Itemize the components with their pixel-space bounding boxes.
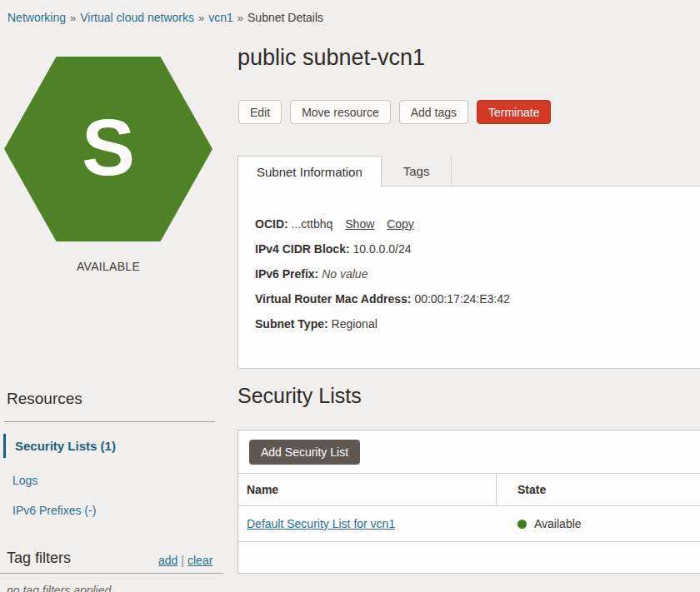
- tag-filters-heading: Tag filters: [7, 550, 71, 567]
- subnet-type-row: Subnet Type: Regional: [255, 317, 700, 331]
- breadcrumb-link-networking[interactable]: Networking: [8, 11, 66, 24]
- add-security-list-button[interactable]: Add Security List: [249, 440, 360, 465]
- security-lists-table: Name State Default Security List for vcn…: [238, 473, 700, 542]
- hexagon-shape: S: [4, 57, 212, 241]
- ocid-show-link[interactable]: Show: [345, 217, 374, 231]
- page-title: public subnet-vcn1: [238, 45, 425, 71]
- ipv6-prefix-label: IPv6 Prefix:: [255, 267, 318, 281]
- column-header-name: Name: [238, 474, 497, 505]
- ocid-value: ...cttbhq: [292, 217, 333, 231]
- ocid-row: OCID: ...cttbhq Show Copy: [255, 217, 700, 231]
- ipv6-prefix-row: IPv6 Prefix: No value: [255, 267, 700, 281]
- subnet-details-page: { "breadcrumb": { "separator": "\u00bb",…: [0, 0, 700, 592]
- tag-filter-links: add|clear: [158, 554, 212, 567]
- ipv4-cidr-row: IPv4 CIDR Block: 10.0.0.0/24: [255, 242, 700, 256]
- tag-filters-empty-note: no tag filters applied: [7, 584, 111, 592]
- ipv4-cidr-label: IPv4 CIDR Block:: [255, 242, 350, 256]
- subnet-icon-letter: S: [82, 107, 135, 187]
- column-header-state: State: [497, 474, 700, 505]
- ipv4-cidr-value: 10.0.0.0/24: [352, 242, 411, 256]
- security-list-link[interactable]: Default Security List for vcn1: [247, 517, 395, 530]
- tag-filters-divider: [0, 573, 223, 574]
- security-list-name-cell: Default Security List for vcn1: [238, 506, 497, 541]
- available-status-dot-icon: [518, 520, 527, 529]
- security-lists-heading: Security Lists: [238, 384, 362, 408]
- resources-divider: [4, 421, 215, 422]
- subnet-information-panel: OCID: ...cttbhq Show Copy IPv4 CIDR Bloc…: [238, 186, 700, 369]
- virtual-router-mac-value: 00:00:17:24:E3:42: [414, 292, 509, 306]
- breadcrumb-separator: »: [238, 12, 243, 24]
- tag-filter-clear-link[interactable]: clear: [188, 554, 212, 567]
- add-tags-button[interactable]: Add tags: [399, 100, 468, 124]
- subnet-type-label: Subnet Type:: [255, 317, 328, 331]
- action-buttons: Edit Move resource Add tags Terminate: [238, 100, 551, 124]
- subnet-type-value: Regional: [332, 317, 378, 331]
- security-list-state-cell: Available: [497, 506, 700, 541]
- ipv6-prefix-value: No value: [322, 267, 368, 281]
- security-lists-panel: Add Security List Name State Default Sec…: [238, 430, 700, 574]
- breadcrumb-separator: »: [198, 12, 204, 24]
- table-header-row: Name State: [238, 473, 700, 506]
- breadcrumb-separator: »: [70, 12, 76, 24]
- tag-filter-links-separator: |: [181, 554, 184, 567]
- status-badge: AVAILABLE: [0, 260, 217, 273]
- breadcrumb-link-vcn1[interactable]: vcn1: [208, 11, 233, 24]
- edit-button[interactable]: Edit: [238, 100, 282, 124]
- resources-heading: Resources: [7, 390, 82, 408]
- sidebar-item-security-lists[interactable]: Security Lists (1): [3, 434, 217, 458]
- terminate-button[interactable]: Terminate: [477, 100, 551, 124]
- tab-subnet-information[interactable]: Subnet Information: [238, 156, 382, 187]
- breadcrumb-current-page: Subnet Details: [248, 11, 323, 24]
- breadcrumb: Networking»Virtual cloud networks»vcn1»S…: [8, 11, 323, 24]
- sidebar-item-ipv6-prefixes[interactable]: IPv6 Prefixes (-): [12, 504, 96, 517]
- tab-tags[interactable]: Tags: [382, 156, 452, 187]
- sidebar-item-logs[interactable]: Logs: [12, 474, 38, 487]
- table-row: Default Security List for vcn1 Available: [238, 506, 700, 542]
- move-resource-button[interactable]: Move resource: [290, 100, 391, 124]
- tag-filter-add-link[interactable]: add: [158, 554, 178, 567]
- ocid-copy-link[interactable]: Copy: [387, 217, 414, 231]
- virtual-router-mac-row: Virtual Router Mac Address: 00:00:17:24:…: [255, 292, 700, 306]
- detail-tabs: Subnet Information Tags: [238, 156, 452, 187]
- breadcrumb-link-virtual-cloud-networks[interactable]: Virtual cloud networks: [80, 11, 194, 24]
- security-list-state-text: Available: [534, 517, 582, 530]
- ocid-label: OCID:: [255, 217, 288, 231]
- virtual-router-mac-label: Virtual Router Mac Address:: [255, 292, 412, 306]
- subnet-hexagon-icon: S: [4, 57, 212, 241]
